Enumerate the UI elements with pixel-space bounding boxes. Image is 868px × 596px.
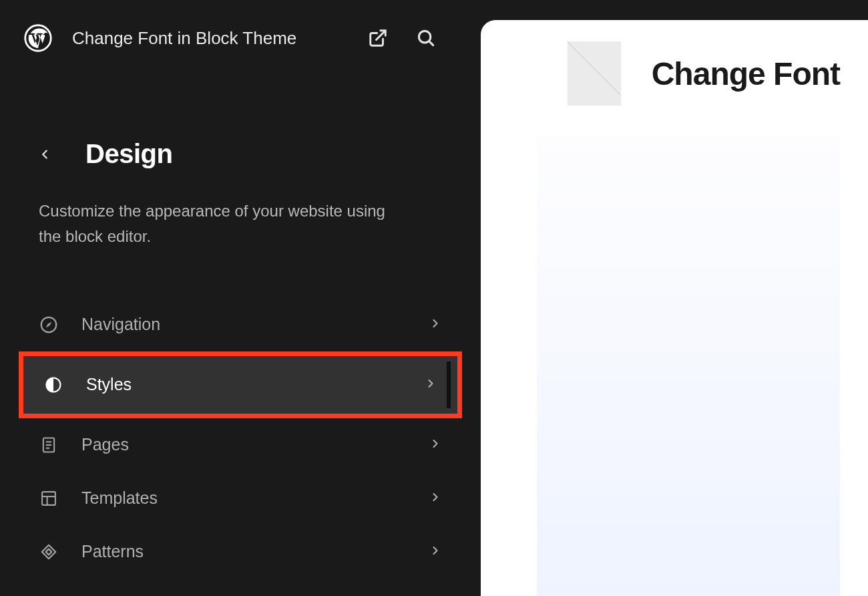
preview-frame[interactable]: Change Font	[481, 20, 868, 596]
page-icon	[39, 435, 59, 455]
site-preview-panel: Change Font	[481, 0, 868, 596]
topbar-actions	[367, 27, 457, 49]
nav-item-templates[interactable]: Templates	[0, 472, 481, 525]
site-title[interactable]: Change Font in Block Theme	[72, 28, 347, 49]
layout-icon	[39, 488, 59, 508]
half-circle-icon	[43, 375, 63, 395]
svg-marker-5	[46, 321, 52, 327]
nav-label: Navigation	[81, 315, 406, 334]
svg-rect-11	[42, 492, 55, 505]
nav-item-patterns[interactable]: Patterns	[0, 525, 481, 579]
highlighted-nav-item-wrapper: Styles	[19, 351, 462, 418]
preview-site-title[interactable]: Change Font	[652, 55, 840, 92]
diamond-icon	[39, 542, 59, 562]
nav-label: Templates	[81, 488, 406, 508]
external-link-icon[interactable]	[367, 27, 389, 49]
preview-header: Change Font	[481, 20, 868, 124]
compass-icon	[39, 315, 59, 335]
back-button[interactable]	[37, 147, 52, 162]
chevron-right-icon	[424, 377, 437, 393]
sidebar-topbar: Change Font in Block Theme	[0, 0, 481, 52]
site-logo-placeholder[interactable]	[568, 41, 621, 106]
chevron-right-icon	[429, 317, 442, 333]
svg-rect-14	[42, 545, 56, 559]
nav-label: Patterns	[81, 542, 406, 561]
nav-item-styles[interactable]: Styles	[23, 356, 457, 414]
section-description: Customize the appearance of your website…	[0, 198, 434, 250]
preview-content-area	[537, 136, 840, 596]
nav-item-navigation[interactable]: Navigation	[0, 298, 481, 351]
section-title: Design	[85, 139, 172, 169]
nav-label: Styles	[86, 375, 401, 394]
site-editor-sidebar: Change Font in Block Theme Design Custom…	[0, 0, 481, 596]
svg-line-1	[377, 31, 386, 40]
chevron-right-icon	[429, 490, 442, 506]
chevron-right-icon	[429, 437, 442, 453]
nav-label: Pages	[81, 435, 406, 454]
design-nav-list: Navigation Styles Pages	[0, 298, 481, 579]
svg-line-3	[429, 41, 433, 45]
wordpress-logo-icon[interactable]	[24, 24, 52, 52]
section-header: Design	[0, 139, 481, 169]
nav-item-pages[interactable]: Pages	[0, 418, 481, 472]
search-icon[interactable]	[415, 27, 437, 49]
chevron-right-icon	[429, 544, 442, 560]
svg-rect-15	[46, 549, 52, 555]
